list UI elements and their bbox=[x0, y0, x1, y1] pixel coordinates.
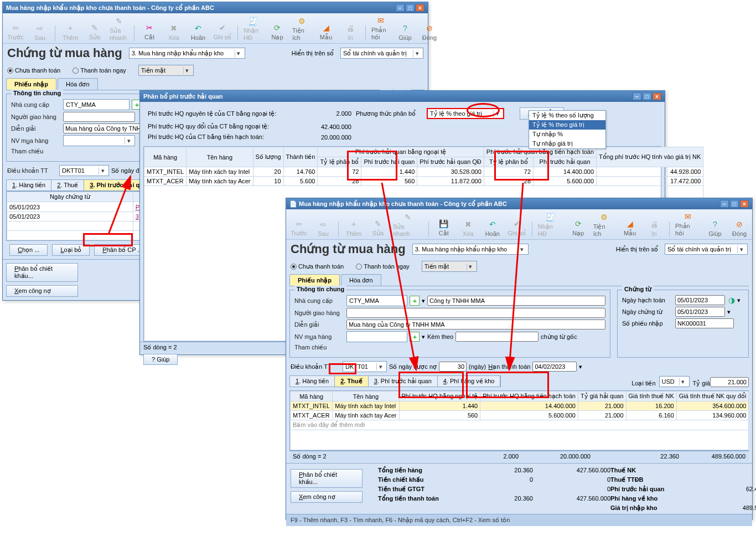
tb-add[interactable]: ＋Thêm bbox=[344, 219, 363, 237]
tb-print[interactable]: 🖨In bbox=[341, 23, 360, 41]
close-icon[interactable]: × bbox=[740, 200, 749, 208]
tb-close[interactable]: ⊘Đóng bbox=[730, 219, 749, 237]
subtab-warehouse[interactable]: 4. Phí hàng về kho bbox=[438, 376, 501, 387]
choose-button[interactable]: Chọn ... bbox=[9, 244, 48, 256]
tb-util[interactable]: ⚙Tiện ích bbox=[593, 212, 615, 237]
maximize-icon[interactable]: □ bbox=[643, 92, 651, 100]
attach-field[interactable] bbox=[455, 332, 538, 342]
maximize-icon[interactable]: □ bbox=[730, 200, 739, 208]
tb-util[interactable]: ⚙Tiện ích bbox=[292, 16, 311, 41]
minimize-icon[interactable]: − bbox=[633, 92, 641, 100]
table-row[interactable]: MTXT_ACERMáy tính xách tay Acer105.600 2… bbox=[144, 177, 703, 186]
add-row-hint[interactable]: Bấm vào đây để thêm mới bbox=[291, 420, 749, 430]
table-row[interactable]: MTXT_INTELMáy tính xách tay Intel1.44014… bbox=[291, 401, 749, 411]
allocate-discount-button[interactable]: Phân bổ chiết khấu... bbox=[291, 469, 363, 488]
method-select[interactable]: Tỷ lệ % theo giá trị▾ bbox=[427, 108, 504, 119]
tb-qedit[interactable]: ✎Sửa nhanh bbox=[393, 212, 423, 237]
doc-link[interactable]: 3 bbox=[136, 213, 139, 220]
currency-select[interactable]: USD▾ bbox=[659, 376, 690, 387]
supplier-field[interactable]: CTY_MMA bbox=[63, 99, 130, 110]
subtab-customs[interactable]: 3. Phí trước hải quan bbox=[369, 376, 438, 387]
book-select[interactable]: Sổ tài chính và quản trị▾ bbox=[340, 48, 423, 59]
book-select[interactable]: Sổ tài chính và quản trị▾ bbox=[665, 244, 748, 255]
tb-inv[interactable]: 🧾Nhận HĐ bbox=[244, 16, 262, 41]
view-debt-button[interactable]: Xem công nợ bbox=[291, 491, 363, 503]
rate-field[interactable] bbox=[710, 377, 749, 387]
deliverer-field[interactable] bbox=[63, 112, 135, 122]
doc-date-field[interactable] bbox=[675, 307, 725, 317]
radio-paynow[interactable]: Thanh toán ngay bbox=[73, 67, 126, 74]
tb-post[interactable]: ✔Ghi sổ bbox=[508, 219, 526, 237]
table-row[interactable]: MTXT_INTELMáy tính xách tay Intel2014.76… bbox=[144, 167, 703, 177]
close-icon[interactable]: × bbox=[416, 4, 424, 12]
tab-invoice[interactable]: Hóa đơn bbox=[341, 274, 381, 286]
deliverer-field[interactable] bbox=[346, 308, 605, 318]
tb-next[interactable]: ⇨Sau bbox=[314, 219, 333, 237]
buyer-field[interactable] bbox=[346, 331, 407, 342]
tb-close[interactable]: ⊘Đóng bbox=[420, 23, 439, 41]
titlebar[interactable]: 📄 Mua hàng nhập khẩu nhập kho chưa thanh… bbox=[286, 198, 752, 209]
tb-add[interactable]: ＋Thêm bbox=[61, 23, 80, 41]
tb-edit[interactable]: ✎Sửa bbox=[85, 23, 104, 41]
minimize-icon[interactable]: − bbox=[396, 4, 405, 12]
radio-paynow[interactable]: Thanh toán ngay bbox=[356, 263, 410, 270]
tb-post[interactable]: ✔Ghi sổ bbox=[213, 23, 232, 41]
tb-cut[interactable]: ✂Cắt bbox=[140, 23, 159, 41]
doc-type-select[interactable]: 3. Mua hàng nhập khẩu nhập kho▾ bbox=[412, 244, 529, 255]
tb-del[interactable]: ✖Xóa bbox=[164, 23, 183, 41]
subtab-goods[interactable]: 1. Hàng tiền bbox=[290, 376, 335, 387]
close-icon[interactable]: × bbox=[653, 92, 661, 100]
subtab-goods[interactable]: 11. Hàng tiền. Hàng tiền bbox=[7, 180, 51, 190]
plus-icon[interactable]: ＋ bbox=[410, 296, 420, 306]
minimize-icon[interactable]: − bbox=[720, 200, 729, 208]
calendar-icon[interactable]: ◑ bbox=[728, 296, 735, 305]
doc-type-select[interactable]: 3. Mua hàng nhập khẩu nhập kho▾ bbox=[129, 48, 245, 59]
tb-prev[interactable]: ⇦Trước bbox=[289, 219, 308, 237]
subtab-tax[interactable]: 2. Thuế bbox=[51, 180, 84, 190]
titlebar[interactable]: Mua hàng nhập khẩu nhập kho chưa thanh t… bbox=[3, 2, 428, 13]
tb-tmpl[interactable]: ◢Mẫu bbox=[620, 219, 639, 237]
tb-edit[interactable]: ✎Sửa bbox=[369, 219, 387, 237]
term-select[interactable]: DKTT01▾ bbox=[343, 361, 387, 372]
tb-tmpl[interactable]: ◢Mẫu bbox=[317, 23, 335, 41]
tb-help[interactable]: ?Giúp bbox=[706, 219, 724, 237]
allocate-discount-button[interactable]: Phân bổ chiết khấu... bbox=[6, 263, 78, 282]
tb-del[interactable]: ✖Xóa bbox=[459, 219, 478, 237]
radio-unpaid[interactable]: Chưa thanh toán bbox=[291, 263, 344, 270]
term-select[interactable]: DKTT01▾ bbox=[59, 165, 109, 176]
tb-undo[interactable]: ↶Hoãn bbox=[189, 23, 208, 41]
titlebar[interactable]: Phân bổ phí trước hải quan −□× bbox=[140, 91, 665, 102]
days-field[interactable] bbox=[439, 362, 467, 372]
tb-prev[interactable]: ⇦Trước bbox=[6, 23, 25, 41]
tb-load[interactable]: ⟳Nạp bbox=[268, 23, 287, 41]
tb-next[interactable]: ⇨Sau bbox=[30, 23, 49, 41]
view-debt-button[interactable]: Xem công nợ bbox=[6, 285, 78, 297]
buyer-field[interactable]: ▾ bbox=[63, 135, 135, 146]
tb-inv[interactable]: 🧾Nhận HĐ bbox=[538, 212, 563, 237]
tax-grid[interactable]: Mã hàngTên hàngPhí trước HQ bằng ngoại t… bbox=[289, 390, 749, 451]
desc-field[interactable] bbox=[346, 320, 605, 329]
supplier-field[interactable]: CTY_MMA bbox=[346, 295, 407, 306]
due-field[interactable] bbox=[532, 362, 577, 372]
tab-receipt[interactable]: Phiếu nhập bbox=[6, 78, 56, 90]
radio-unpaid[interactable]: Chưa thanh toán bbox=[7, 67, 60, 74]
tb-help[interactable]: ?Giúp bbox=[396, 23, 415, 41]
maximize-icon[interactable]: □ bbox=[406, 4, 415, 12]
table-row[interactable]: MTXT_ACERMáy tính xách tay Acer5605.600.… bbox=[291, 411, 749, 420]
tab-receipt[interactable]: Phiếu nhập bbox=[289, 274, 340, 286]
doc-no-field[interactable] bbox=[675, 318, 734, 328]
tb-qedit[interactable]: ✎Sửa nhanh bbox=[110, 16, 128, 41]
remove-button[interactable]: Loại bỏ bbox=[52, 244, 90, 256]
tb-feedback[interactable]: ✉Phản hồi bbox=[371, 16, 390, 41]
tb-feedback[interactable]: ✉Phản hồi bbox=[675, 212, 700, 237]
tb-load[interactable]: ⟳Nạp bbox=[569, 219, 588, 237]
acct-date-field[interactable] bbox=[675, 295, 725, 305]
tb-undo[interactable]: ↶Hoãn bbox=[483, 219, 502, 237]
supplier-name-field[interactable] bbox=[427, 296, 605, 306]
method-dropdown[interactable]: Tỷ lệ % theo số lượng Tỷ lệ % theo giá t… bbox=[529, 110, 606, 149]
help-button[interactable]: ? Giúp bbox=[143, 354, 178, 365]
tab-invoice[interactable]: Hóa đơn bbox=[58, 78, 97, 90]
tb-print[interactable]: 🖨In bbox=[645, 219, 664, 237]
subtab-tax[interactable]: 2. Thuế bbox=[335, 376, 368, 387]
tb-save[interactable]: 💾Cắt bbox=[434, 219, 453, 237]
